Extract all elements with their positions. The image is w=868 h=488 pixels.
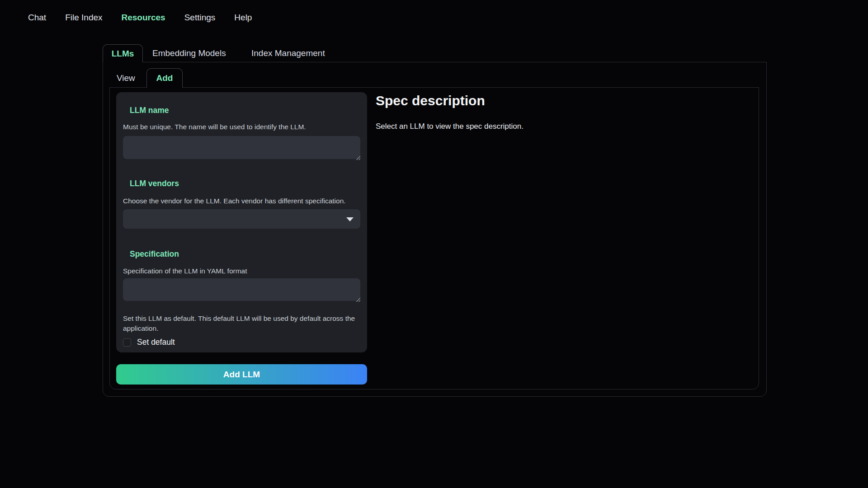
set-default-info: Set this LLM as default. This default LL… (123, 314, 359, 333)
spec-description-title: Spec description (376, 93, 485, 108)
llm-vendors-info: Choose the vendor for the LLM. Each vend… (123, 196, 346, 206)
tab-llms[interactable]: LLMs (103, 44, 143, 62)
nav-item-chat[interactable]: Chat (28, 11, 46, 24)
llm-name-label: LLM name (130, 106, 169, 115)
specification-info: Specification of the LLM in YAML format (123, 266, 247, 276)
llm-vendors-dropdown[interactable] (123, 209, 360, 229)
top-navigation: Chat File Index Resources Settings Help (28, 11, 252, 24)
spec-description-placeholder: Select an LLM to view the spec descripti… (376, 122, 524, 131)
llm-name-input[interactable] (123, 136, 360, 159)
tab-index-management[interactable]: Index Management (251, 44, 325, 62)
specification-label: Specification (130, 249, 179, 259)
set-default-row[interactable]: Set default (123, 338, 175, 347)
specification-input[interactable] (123, 278, 360, 301)
add-llm-form: LLM name Must be unique. The name will b… (116, 92, 367, 352)
set-default-checkbox[interactable] (123, 338, 131, 347)
add-llm-button[interactable]: Add LLM (116, 364, 367, 385)
nav-item-help[interactable]: Help (234, 11, 252, 24)
llm-vendors-label: LLM vendors (130, 179, 179, 188)
tab-view[interactable]: View (117, 69, 135, 88)
set-default-label[interactable]: Set default (137, 338, 175, 347)
nav-item-resources[interactable]: Resources (122, 11, 165, 24)
chevron-down-icon (346, 217, 354, 221)
llm-name-info: Must be unique. The name will be used to… (123, 122, 306, 132)
tab-add[interactable]: Add (146, 68, 183, 88)
nav-item-file-index[interactable]: File Index (65, 11, 102, 24)
nav-item-settings[interactable]: Settings (184, 11, 216, 24)
tab-embedding-models[interactable]: Embedding Models (152, 44, 226, 62)
